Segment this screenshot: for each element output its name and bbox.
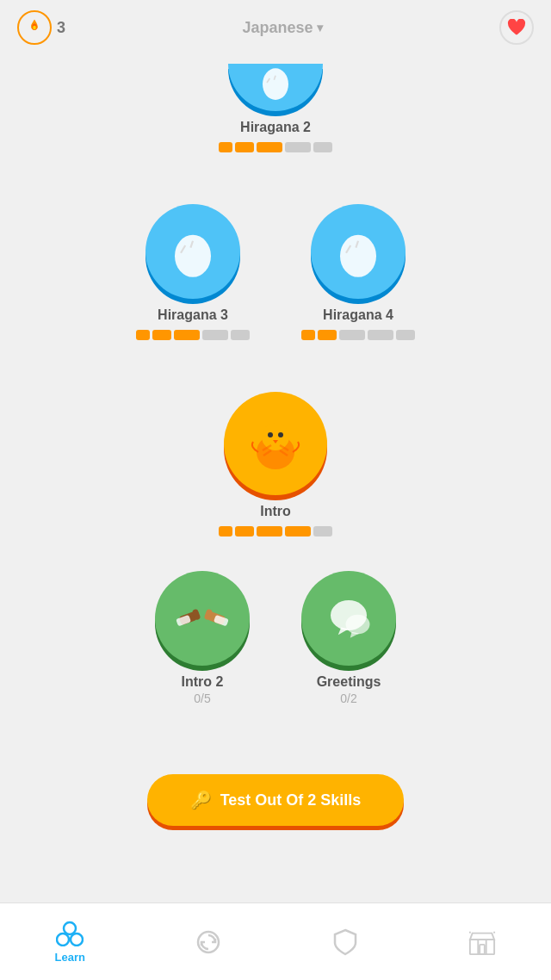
test-out-button[interactable]: 🔑 Test Out Of 2 Skills [147, 774, 405, 826]
hiragana4-progress [301, 330, 415, 340]
hiragana4-label: Hiragana 4 [323, 307, 393, 323]
language-selector[interactable]: Japanese ▾ [242, 19, 322, 37]
svg-point-2 [263, 68, 288, 100]
practice-icon [195, 928, 222, 956]
flame-icon [17, 10, 52, 45]
hiragana4-circle[interactable] [311, 204, 406, 299]
hiragana2-label: Hiragana 2 [240, 120, 311, 135]
hiragana3-progress [136, 330, 250, 340]
skill-row-intro2-greetings: Intro 2 0/5 Greetings 0/2 [0, 571, 551, 714]
intro-circle[interactable] [224, 392, 327, 495]
svg-point-17 [57, 933, 69, 946]
skill-hiragana4[interactable]: Hiragana 4 [301, 204, 415, 340]
svg-point-18 [71, 933, 83, 946]
chevron-down-icon: ▾ [317, 21, 323, 34]
health-icon[interactable] [499, 10, 534, 45]
greetings-label: Greetings [317, 674, 381, 690]
svg-point-19 [64, 922, 76, 934]
skill-greetings[interactable]: Greetings 0/2 [301, 571, 396, 705]
svg-rect-21 [470, 940, 494, 954]
hiragana3-circle[interactable] [145, 204, 240, 299]
key-icon: 🔑 [190, 790, 212, 810]
svg-point-7 [268, 432, 273, 437]
hiragana2-circle [228, 64, 323, 111]
skill-hiragana3[interactable]: Hiragana 3 [136, 204, 250, 340]
shop-icon [468, 928, 496, 956]
streak-container[interactable]: 3 [17, 10, 65, 45]
intro2-sublabel: 0/5 [194, 692, 210, 705]
streak-count: 3 [57, 19, 65, 37]
hiragana2-progress [219, 142, 332, 152]
svg-rect-24 [480, 944, 486, 953]
greetings-sublabel: 0/2 [340, 692, 356, 705]
nav-learn[interactable]: Learn [38, 913, 102, 971]
test-out-label: Test Out Of 2 Skills [220, 791, 362, 809]
nav-practice[interactable] [177, 921, 239, 963]
greetings-circle[interactable] [301, 571, 396, 666]
intro-progress [219, 526, 332, 537]
bottom-nav: Learn [0, 902, 551, 980]
svg-point-6 [262, 423, 289, 450]
intro2-label: Intro 2 [182, 674, 224, 690]
nav-shop[interactable] [451, 921, 513, 963]
skill-intro[interactable]: Intro [219, 392, 332, 537]
shield-icon [331, 928, 359, 956]
main-content: Hiragana 2 Hiragana 3 [0, 55, 551, 929]
nav-shield[interactable] [314, 921, 376, 963]
intro-label: Intro [260, 504, 291, 519]
svg-point-1 [33, 26, 36, 30]
learn-icon [56, 920, 84, 947]
intro2-circle[interactable] [155, 571, 250, 666]
skill-row-hiragana34: Hiragana 3 Hiragana 4 [0, 204, 551, 349]
svg-point-16 [346, 615, 370, 635]
header: 3 Japanese ▾ [0, 0, 551, 55]
language-label: Japanese [242, 19, 313, 37]
svg-point-8 [278, 432, 283, 437]
skill-intro2[interactable]: Intro 2 0/5 [155, 571, 250, 705]
hiragana3-label: Hiragana 3 [158, 307, 228, 323]
skill-hiragana2[interactable]: Hiragana 2 [219, 64, 332, 152]
learn-label: Learn [55, 951, 85, 964]
